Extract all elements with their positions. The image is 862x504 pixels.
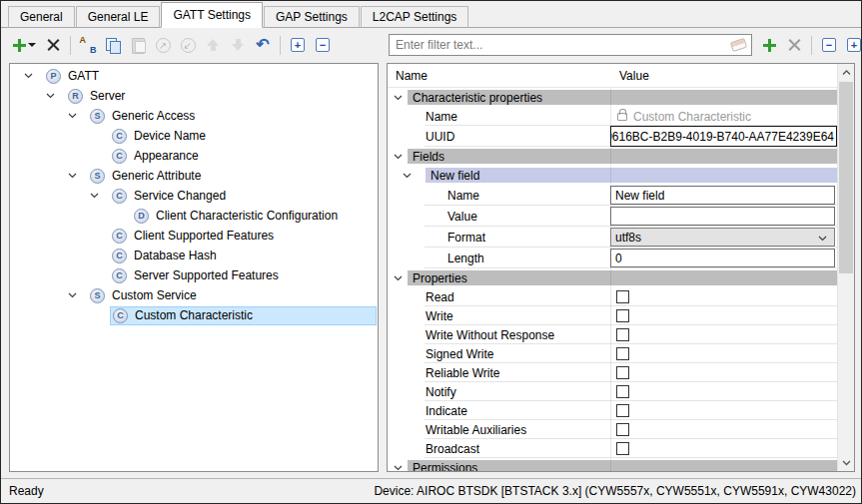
grid-row-format[interactable]: Formatutf8s [388,227,837,248]
move-down-button[interactable] [227,34,249,56]
grid-row-read[interactable]: Read [388,287,837,306]
grid-row-write[interactable]: Write [388,306,837,325]
value-editor-uuid[interactable]: 4F9616BC-B2B9-4019-B740-AA77E4239E64 [610,126,837,147]
tree-item-body[interactable]: DClient Characteristic Configuration [132,206,377,226]
grid-row-length[interactable]: Length0 [388,248,837,268]
import-button[interactable]: ↙ [177,34,199,56]
grid-row-name[interactable]: NameCustom Characteristic [388,107,837,126]
tree-item-server-supported-features[interactable]: CServer Supported Features [10,265,378,285]
expand-all-button[interactable]: + [843,34,862,56]
vertical-scrollbar[interactable] [837,64,854,471]
grid-row-fields[interactable]: Fields [388,147,837,166]
dropdown-format[interactable]: utf8s [610,228,835,247]
tab-gap-settings[interactable]: GAP Settings [264,6,360,28]
tab-gatt-settings[interactable]: GATT Settings [161,2,263,28]
grid-row-name[interactable]: NameNew field [388,185,837,206]
tree-item-body[interactable]: SGeneric Attribute [88,166,377,186]
value-editor-length[interactable]: 0 [610,249,835,267]
tree-item-custom-characteristic[interactable]: CCustom Characteristic [10,305,378,325]
copy-button[interactable] [102,34,124,56]
delete-button[interactable] [783,34,805,56]
group-band[interactable]: Fields [408,149,837,164]
grid-row-properties[interactable]: Properties [388,268,837,287]
add-button[interactable] [9,34,39,56]
undo-button[interactable]: ↶ [252,34,274,56]
grid-row-uuid[interactable]: UUID4F9616BC-B2B9-4019-B740-AA77E4239E64 [388,126,837,147]
tree-item-body[interactable]: CDevice Name [110,126,377,146]
checkbox-read[interactable] [616,290,629,303]
delete-button[interactable] [42,34,64,56]
tree-item-device-name[interactable]: CDevice Name [10,126,378,146]
subgroup-band[interactable]: New field [426,168,837,183]
chevron-down-icon[interactable] [88,193,110,199]
chevron-down-icon[interactable] [66,292,88,298]
grid-row-write-without-response[interactable]: Write Without Response [388,325,837,344]
checkbox-notify[interactable] [616,385,629,398]
tree-item-body[interactable]: CServer Supported Features [110,265,377,285]
tree-item-body[interactable]: CDatabase Hash [110,246,377,265]
checkbox-write-without-response[interactable] [616,328,629,341]
tree-item-custom-service[interactable]: SCustom Service [10,285,378,305]
paste-button[interactable] [127,34,149,56]
tree-item-service-changed[interactable]: CService Changed [10,186,378,206]
tree-item-gatt[interactable]: PGATT [10,66,378,86]
grid-row-broadcast[interactable]: Broadcast [388,439,837,458]
expand-all-button[interactable]: + [287,34,309,56]
grid-row-permissions[interactable]: Permissions [388,458,837,471]
tree-item-body[interactable]: CAppearance [110,146,377,166]
checkbox-indicate[interactable] [616,404,629,417]
tab-general[interactable]: General [8,6,75,28]
chevron-down-icon[interactable] [388,173,426,179]
tree-item-appearance[interactable]: CAppearance [10,146,378,166]
collapse-all-button[interactable]: − [312,34,334,56]
tree-item-server[interactable]: RServer [10,86,378,106]
chevron-down-icon[interactable] [388,154,408,160]
grid-row-writable-auxiliaries[interactable]: Writable Auxiliaries [388,420,837,439]
checkbox-write[interactable] [616,309,629,322]
tree-item-database-hash[interactable]: CDatabase Hash [10,246,378,265]
grid-row-new-field[interactable]: New field [388,166,837,185]
chevron-down-icon[interactable] [22,73,44,79]
grid-row-indicate[interactable]: Indicate [388,401,837,420]
tree-item-body[interactable]: CCustom Characteristic [110,306,377,325]
group-band[interactable]: Characteristic properties [408,90,837,105]
group-band[interactable]: Permissions [408,460,837,471]
export-button[interactable]: ↗ [152,34,174,56]
group-band[interactable]: Properties [408,270,837,285]
chevron-down-icon[interactable] [66,113,88,119]
checkbox-reliable-write[interactable] [616,366,629,379]
value-editor-value[interactable] [610,207,835,226]
chevron-down-icon[interactable] [44,93,66,99]
add-dropdown-caret[interactable] [28,43,36,47]
tree-item-body[interactable]: CClient Supported Features [110,226,377,246]
move-up-button[interactable] [202,34,224,56]
grid-row-value[interactable]: Value [388,206,837,227]
chevron-down-icon[interactable] [388,275,408,281]
chevron-down-icon[interactable] [388,95,408,101]
tab-general-le[interactable]: General LE [76,6,161,28]
tree-item-body[interactable]: RServer [66,86,377,106]
scroll-up-button[interactable] [838,64,854,81]
checkbox-broadcast[interactable] [616,442,629,455]
tree-item-body[interactable]: CService Changed [110,186,377,206]
tree-item-generic-access[interactable]: SGeneric Access [10,106,378,126]
chevron-down-icon[interactable] [388,465,408,471]
grid-row-characteristic-properties[interactable]: Characteristic properties [388,88,837,107]
tree-item-client-characteristic-configuration[interactable]: DClient Characteristic Configuration [10,206,378,226]
tab-l2cap-settings[interactable]: L2CAP Settings [361,6,469,28]
filter-input[interactable] [389,34,752,56]
collapse-all-button[interactable]: − [818,34,840,56]
rename-button[interactable] [77,34,99,56]
tree-item-body[interactable]: PGATT [44,66,377,86]
value-editor-name[interactable]: New field [610,186,835,205]
grid-row-notify[interactable]: Notify [388,382,837,401]
tree-item-client-supported-features[interactable]: CClient Supported Features [10,226,378,246]
add-button[interactable] [758,34,780,56]
grid-row-signed-write[interactable]: Signed Write [388,344,837,363]
scroll-down-button[interactable] [838,454,854,471]
chevron-down-icon[interactable] [66,173,88,179]
grid-row-reliable-write[interactable]: Reliable Write [388,363,837,382]
checkbox-writable-auxiliaries[interactable] [616,423,629,436]
tree-item-generic-attribute[interactable]: SGeneric Attribute [10,166,378,186]
scrollbar-thumb[interactable] [839,82,853,273]
